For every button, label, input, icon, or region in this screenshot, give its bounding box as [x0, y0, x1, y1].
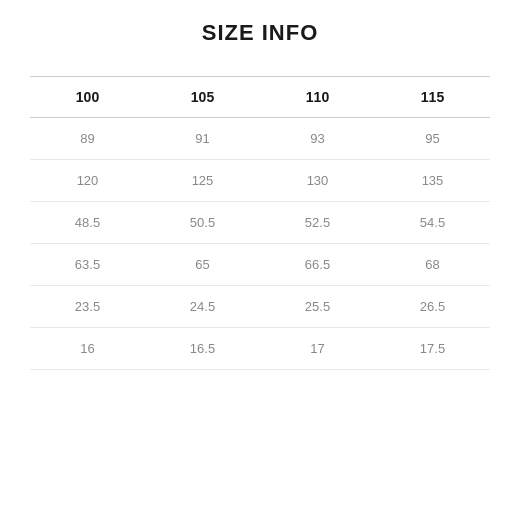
table-row: 23.524.525.526.5: [30, 286, 490, 328]
table-cell: 95: [375, 118, 490, 160]
table-cell: 17: [260, 328, 375, 370]
table-row: 63.56566.568: [30, 244, 490, 286]
header-cell: 110: [260, 77, 375, 118]
table-header: 100105110115: [30, 77, 490, 118]
table-cell: 23.5: [30, 286, 145, 328]
header-cell: 105: [145, 77, 260, 118]
table-cell: 54.5: [375, 202, 490, 244]
table-cell: 125: [145, 160, 260, 202]
table-cell: 66.5: [260, 244, 375, 286]
table-cell: 16.5: [145, 328, 260, 370]
header-row: 100105110115: [30, 77, 490, 118]
header-cell: 115: [375, 77, 490, 118]
table-cell: 25.5: [260, 286, 375, 328]
table-cell: 50.5: [145, 202, 260, 244]
table-row: 120125130135: [30, 160, 490, 202]
header-cell: 100: [30, 77, 145, 118]
table-cell: 17.5: [375, 328, 490, 370]
table-row: 1616.51717.5: [30, 328, 490, 370]
table-cell: 89: [30, 118, 145, 160]
page-title: SIZE INFO: [202, 20, 319, 46]
table-row: 89919395: [30, 118, 490, 160]
table-cell: 24.5: [145, 286, 260, 328]
table-row: 48.550.552.554.5: [30, 202, 490, 244]
size-table: 100105110115 8991939512012513013548.550.…: [30, 76, 490, 370]
table-body: 8991939512012513013548.550.552.554.563.5…: [30, 118, 490, 370]
table-cell: 63.5: [30, 244, 145, 286]
table-cell: 52.5: [260, 202, 375, 244]
table-cell: 120: [30, 160, 145, 202]
table-cell: 16: [30, 328, 145, 370]
size-table-wrapper: 100105110115 8991939512012513013548.550.…: [0, 76, 520, 370]
table-cell: 65: [145, 244, 260, 286]
table-cell: 26.5: [375, 286, 490, 328]
table-cell: 93: [260, 118, 375, 160]
table-cell: 68: [375, 244, 490, 286]
table-cell: 91: [145, 118, 260, 160]
table-cell: 130: [260, 160, 375, 202]
table-cell: 48.5: [30, 202, 145, 244]
table-cell: 135: [375, 160, 490, 202]
